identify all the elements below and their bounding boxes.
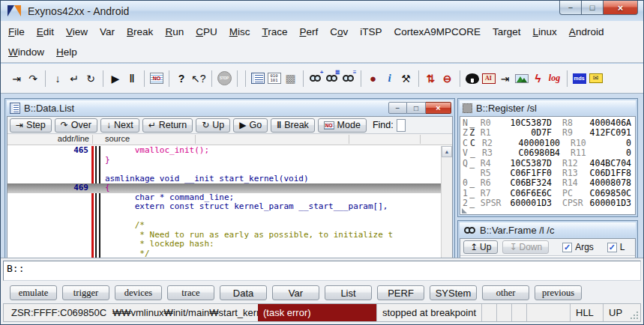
resize-grip[interactable] [628,304,640,321]
softkey-button[interactable]: List [325,285,372,300]
source-line[interactable]: asmlinkage void __init start_kernel(void… [7,174,441,184]
menu-item[interactable]: Var [94,26,121,37]
log-icon[interactable]: log [548,72,562,85]
register-titlebar[interactable]: B::Register /sl [460,100,636,116]
menu-item[interactable]: Break [121,26,159,37]
varframe-titlebar[interactable]: B::Var.Frame /l /c [460,222,636,238]
softkey-button[interactable]: devices [115,285,162,300]
scroll-up-arrow[interactable]: ▲ [442,146,452,157]
source-line[interactable]: * Need to run as early as possible, to i… [7,231,441,240]
watch-view-icon[interactable]: ≡ [342,72,355,85]
watch-add-icon[interactable]: + [309,72,322,85]
menu-item[interactable]: Cov [324,26,354,37]
softkey-button[interactable]: Data [220,285,267,300]
mds-icon[interactable]: mds [573,73,586,84]
datalist-toolbar-button[interactable]: ↵Return [142,118,193,133]
softkey-button[interactable]: trace [167,285,214,300]
locals-checkbox[interactable]: ✓ [607,243,617,252]
softkey-button[interactable]: PERF [377,285,424,300]
go-icon[interactable]: ▶ [109,72,122,85]
rtos-awareness-icon[interactable]: AI [482,73,496,84]
source-line[interactable]: extern const struct kernel_param __start… [7,202,441,212]
source-line[interactable] [7,165,441,174]
source-line[interactable]: 465 vmalloc_init(); [7,146,441,156]
softkey-button[interactable]: SYStem [430,285,477,300]
config-wrench-icon[interactable]: ⚒ [400,72,413,85]
source-line[interactable]: /* [7,221,441,231]
list-window-icon[interactable] [251,73,265,84]
menu-item[interactable]: Android [563,26,610,37]
softkey-button[interactable]: emulate [10,285,57,300]
datalist-toolbar-button[interactable]: NOMode [318,118,367,133]
datalist-toolbar-button[interactable]: ▶Go [233,118,268,133]
info-icon[interactable]: i [383,72,397,85]
memory-icon[interactable]: ▩ [284,72,298,85]
watch-list-icon[interactable]: ≣ [325,72,339,85]
help-icon[interactable]: ? [175,72,188,85]
datalist-titlebar[interactable]: B::Data.List − □ × [7,100,453,116]
register-name: R6 [481,178,508,188]
go-up-icon[interactable]: ↻ [84,72,97,85]
screenshot-icon[interactable] [515,74,529,83]
datalist-toolbar-button[interactable]: ↻Up [196,118,230,133]
menu-item[interactable]: Linux [527,26,563,37]
linux-penguin-icon[interactable] [466,73,479,84]
datalist-minimize-button[interactable]: − [388,102,407,114]
datalist-toolbar-button[interactable]: ‖Break [271,118,315,133]
menu-item[interactable]: Run [159,26,190,37]
break-icon[interactable]: ‖ [125,72,139,85]
reset-icon[interactable]: ⊖ [441,72,454,85]
menu-item[interactable]: iTSP [354,26,388,37]
menu-item[interactable]: Help [50,46,83,58]
nop-edit-icon[interactable]: NO [150,73,163,84]
args-checkbox[interactable]: ✓ [562,243,572,252]
breakpoint-list-icon[interactable]: ● [367,72,380,85]
menu-item[interactable]: View [60,26,94,37]
step-over-icon[interactable]: ↷ [26,72,40,85]
frame-down-button[interactable]: ↧Down [502,240,549,254]
menu-item[interactable]: Misc [223,26,256,37]
step-mixed-icon[interactable]: ⇥ [499,72,512,85]
softkey-button[interactable]: other [482,285,529,300]
step-down-icon[interactable]: ↓ [51,72,64,85]
flash-icon[interactable]: ϟ [532,72,545,85]
softkey-button[interactable]: Var [272,285,319,300]
datalist-close-button[interactable]: × [426,102,451,114]
step-return-icon[interactable]: ↵ [67,72,81,85]
softkey-button[interactable]: previous [535,285,582,300]
resize-corner[interactable] [462,208,467,213]
menu-item[interactable]: Edit [31,26,60,37]
softkey-row: emulate trigger devices trace Data Var L… [10,285,643,300]
menu-item[interactable]: CPU [190,26,223,37]
close-button[interactable]: × [604,1,638,15]
frame-up-button[interactable]: ↥Up [463,240,498,254]
step-into-icon[interactable]: ⇥ [10,72,23,85]
softkey-button[interactable]: trigger [62,285,109,300]
menu-item[interactable]: File [2,26,31,37]
dump-window-icon[interactable]: 010101 [268,73,281,84]
source-line[interactable]: */ [7,249,441,258]
stop-icon[interactable]: STOP [217,71,232,85]
menu-item[interactable]: Window [2,46,50,58]
minimize-button[interactable]: − [559,1,582,15]
menu-item[interactable]: Trace [256,26,293,37]
maximize-button[interactable]: □ [582,1,604,15]
menu-item[interactable]: Target [487,26,527,37]
command-input[interactable]: B:: [3,261,641,281]
datalist-toolbar-button[interactable]: ↓Next [100,118,139,133]
source-line[interactable]: * lockdep hash: [7,240,441,249]
menu-item[interactable]: CortexA9MPCORE [388,26,487,37]
menu-item[interactable]: Perf [293,26,324,37]
datalist-toolbar-button[interactable]: ↷Over [55,118,97,133]
source-line[interactable]: 469 { [7,183,441,193]
find-input[interactable] [397,119,406,132]
sync-icon[interactable]: ⇅ [424,72,438,85]
status-segment: (task error) [258,304,376,321]
datalist-maximize-button[interactable]: □ [407,102,426,114]
context-help-icon[interactable]: ↖? [191,72,206,85]
source-line[interactable]: } [7,156,441,165]
mail-icon[interactable]: ✉ [589,73,603,83]
datalist-toolbar-button[interactable]: ⇥Step [10,118,52,133]
datalist-scrollbar[interactable]: ▲ [441,146,452,258]
source-line[interactable] [7,212,441,222]
